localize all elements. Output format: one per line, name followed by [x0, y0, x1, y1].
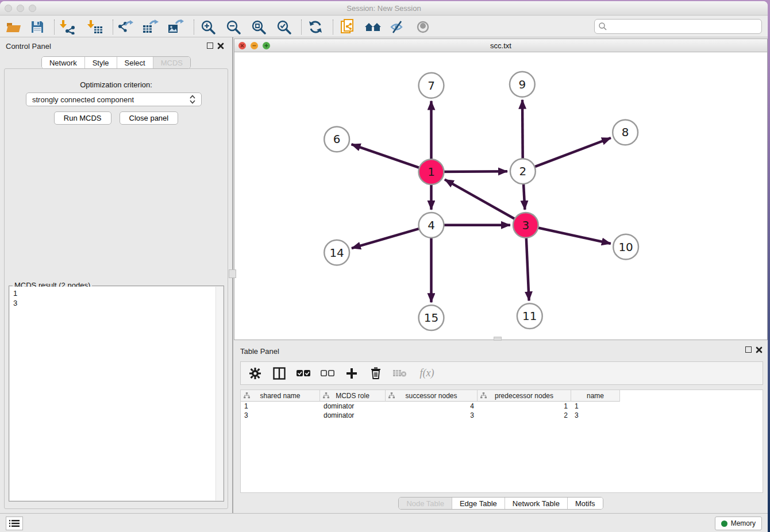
search-input[interactable]	[607, 22, 758, 31]
graph-node-11[interactable]: 11	[517, 303, 542, 329]
cell-predecessor-nodes[interactable]: 1	[478, 402, 571, 410]
mcds-result-values: 1 3	[13, 288, 214, 499]
network-window-titlebar[interactable]: scc.txt	[234, 39, 767, 52]
node-table: shared nameMCDS rolesuccessor nodesprede…	[240, 390, 763, 493]
table-toolbar: f(x)	[240, 361, 763, 385]
mcds-result-area[interactable]: 1 3	[10, 287, 223, 500]
tab-mcds[interactable]: MCDS	[153, 57, 190, 68]
tab-style[interactable]: Style	[84, 57, 117, 68]
mcds-buttons: Run MCDS Close panel	[5, 111, 228, 125]
graph-node-10[interactable]: 10	[613, 234, 638, 260]
zoom-selected-icon[interactable]	[274, 18, 294, 36]
cell-MCDS-role[interactable]: dominator	[320, 411, 386, 419]
run-mcds-button[interactable]: Run MCDS	[54, 111, 111, 125]
cell-shared-name[interactable]: 1	[241, 402, 320, 410]
table-tabs: Node TableEdge TableNetwork TableMotifs	[234, 497, 768, 510]
float-panel-icon[interactable]	[207, 43, 213, 49]
graph-node-1[interactable]: 1	[419, 159, 444, 184]
close-table-panel-icon[interactable]	[756, 346, 763, 353]
import-table-icon[interactable]	[86, 18, 105, 36]
result-scrollbar[interactable]	[215, 287, 223, 500]
show-visibility-icon[interactable]	[414, 18, 433, 36]
export-network-icon[interactable]	[116, 18, 135, 36]
table-tab-motifs[interactable]: Motifs	[567, 498, 603, 509]
column-header-successor-nodes[interactable]: successor nodes	[386, 390, 478, 402]
graph-node-15[interactable]: 15	[419, 305, 444, 330]
column-header-predecessor-nodes[interactable]: predecessor nodes	[478, 390, 571, 402]
refresh-layout-icon[interactable]	[306, 18, 325, 36]
zoom-out-icon[interactable]	[224, 18, 243, 36]
open-session-icon[interactable]	[3, 18, 23, 36]
graph-node-2[interactable]: 2	[510, 159, 536, 184]
cell-successor-nodes[interactable]: 4	[386, 402, 478, 410]
search-icon	[598, 22, 607, 31]
memory-button[interactable]: Memory	[715, 516, 762, 530]
close-panel-button[interactable]: Close panel	[120, 111, 179, 125]
home-layout-icon[interactable]	[363, 18, 383, 36]
function-builder-icon[interactable]: f(x)	[417, 366, 437, 381]
graph-node-7[interactable]: 7	[419, 73, 444, 98]
export-image-icon[interactable]	[166, 18, 186, 36]
toolbar-separator	[54, 20, 55, 34]
cell-predecessor-nodes[interactable]: 2	[478, 411, 571, 419]
column-header-MCDS-role[interactable]: MCDS role	[320, 390, 386, 402]
cell-name[interactable]: 1	[571, 402, 620, 410]
save-session-icon[interactable]	[28, 18, 47, 36]
table-body: 1dominator4113dominator323	[241, 402, 763, 420]
svg-text:1: 1	[428, 165, 435, 179]
svg-text:7: 7	[428, 79, 435, 92]
cell-shared-name[interactable]: 3	[241, 411, 320, 419]
cytoscape-window: Session: New Session	[0, 1, 768, 532]
select-all-icon[interactable]	[296, 366, 311, 381]
graph-node-4[interactable]: 4	[419, 213, 444, 238]
horizontal-splitter-handle[interactable]	[494, 337, 502, 341]
toolbar-separator	[333, 20, 333, 34]
column-header-shared-name[interactable]: shared name	[241, 390, 320, 402]
table-row[interactable]: 1dominator411	[241, 402, 763, 411]
table-tab-node-table[interactable]: Node Table	[399, 498, 452, 509]
table-panel-title: Table Panel	[240, 347, 279, 356]
criterion-dropdown[interactable]: strongly connected component	[26, 92, 202, 106]
svg-text:15: 15	[424, 311, 438, 325]
window-title: Session: New Session	[0, 4, 768, 13]
zoom-in-icon[interactable]	[198, 18, 218, 36]
close-panel-icon[interactable]	[217, 43, 224, 49]
cell-successor-nodes[interactable]: 3	[386, 411, 478, 419]
delete-table-icon[interactable]	[392, 366, 407, 381]
tab-select[interactable]: Select	[117, 57, 153, 68]
graph-node-6[interactable]: 6	[324, 126, 349, 152]
hide-visibility-icon[interactable]	[388, 18, 407, 36]
graph-edge-2-8[interactable]	[523, 138, 611, 171]
status-bar: Memory	[0, 513, 768, 532]
table-row[interactable]: 3dominator323	[241, 411, 763, 420]
graph-node-9[interactable]: 9	[510, 72, 535, 97]
task-history-button[interactable]	[6, 516, 23, 530]
table-settings-icon[interactable]	[248, 366, 263, 381]
column-header-name[interactable]: name	[571, 390, 620, 402]
add-column-icon[interactable]	[344, 366, 359, 381]
network-canvas[interactable]: 7968124314101511	[234, 52, 767, 340]
graph-node-14[interactable]: 14	[324, 240, 349, 265]
table-tab-network-table[interactable]: Network Table	[505, 498, 567, 509]
memory-status-icon	[721, 521, 727, 527]
table-tab-edge-table[interactable]: Edge Table	[452, 498, 505, 509]
graph-node-8[interactable]: 8	[613, 120, 638, 145]
vertical-splitter-handle[interactable]	[229, 269, 236, 278]
float-table-panel-icon[interactable]	[745, 346, 752, 353]
copy-network-view-icon[interactable]	[338, 18, 357, 36]
unselect-all-icon[interactable]	[320, 366, 335, 381]
graph-edge-3-1[interactable]	[445, 179, 526, 225]
split-table-icon[interactable]	[272, 366, 287, 381]
import-network-icon[interactable]	[58, 18, 78, 36]
mcds-tab-content: Optimization criterion: strongly connect…	[4, 68, 228, 509]
tab-network[interactable]: Network	[42, 57, 84, 68]
table-panel-titlebar: Table Panel	[234, 345, 768, 357]
graph-node-3[interactable]: 3	[513, 213, 538, 238]
zoom-fit-icon[interactable]	[249, 18, 268, 36]
delete-column-icon[interactable]	[368, 366, 383, 381]
export-table-icon[interactable]	[141, 18, 160, 36]
cell-MCDS-role[interactable]: dominator	[320, 402, 386, 410]
svg-text:2: 2	[519, 165, 527, 178]
window-titlebar[interactable]: Session: New Session	[0, 1, 768, 16]
cell-name[interactable]: 3	[571, 411, 620, 419]
